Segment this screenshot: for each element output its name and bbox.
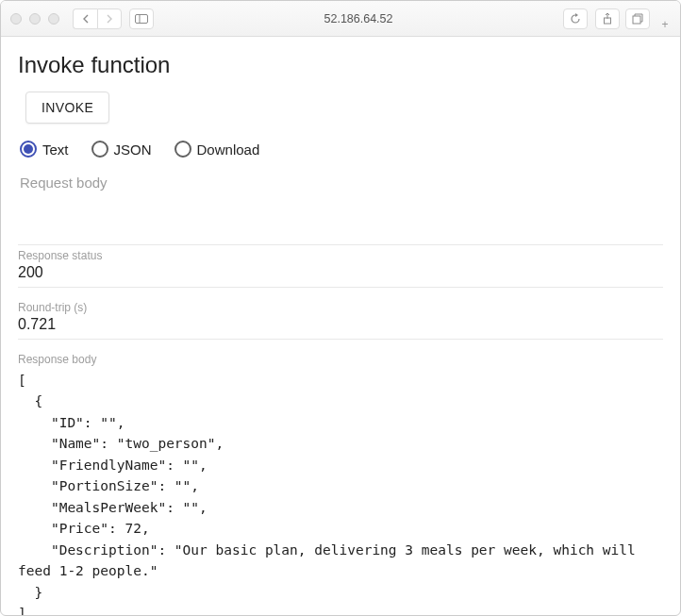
back-button[interactable] — [73, 8, 97, 29]
roundtrip-field: Round-trip (s) 0.721 — [18, 297, 663, 340]
forward-button[interactable] — [97, 8, 122, 29]
reload-button[interactable] — [563, 8, 588, 29]
roundtrip-value: 0.721 — [18, 316, 663, 340]
radio-icon — [20, 141, 37, 158]
minimize-dot[interactable] — [29, 13, 41, 25]
zoom-dot[interactable] — [48, 13, 59, 25]
chevron-left-icon — [82, 14, 90, 24]
reload-icon — [570, 13, 581, 25]
new-tab-button[interactable]: + — [657, 17, 673, 32]
right-toolbar: + — [595, 8, 671, 29]
page-content: Invoke function INVOKE Text JSON Downloa… — [1, 37, 680, 615]
address-bar[interactable]: 52.186.64.52 — [161, 12, 556, 25]
share-icon — [602, 13, 613, 25]
radio-download-label: Download — [197, 142, 260, 158]
response-body-value: [ { "ID": "", "Name": "two_person", "Fri… — [18, 368, 663, 615]
chevron-right-icon — [106, 14, 113, 24]
tabs-icon — [632, 13, 643, 25]
request-body-input[interactable]: Request body — [18, 169, 663, 235]
invoke-button[interactable]: INVOKE — [25, 92, 109, 124]
radio-text[interactable]: Text — [20, 141, 69, 158]
tabs-button[interactable] — [625, 8, 650, 29]
svg-rect-3 — [633, 16, 640, 24]
response-status-value: 200 — [18, 264, 663, 288]
close-dot[interactable] — [10, 13, 22, 25]
svg-rect-0 — [136, 14, 148, 23]
sidebar-icon — [135, 14, 148, 24]
page-title: Invoke function — [18, 52, 663, 78]
roundtrip-label: Round-trip (s) — [18, 301, 663, 314]
radio-icon — [91, 141, 108, 158]
response-body-field: Response body [ { "ID": "", "Name": "two… — [18, 349, 663, 615]
share-button[interactable] — [595, 8, 620, 29]
radio-icon — [174, 141, 191, 158]
response-status-label: Response status — [18, 249, 663, 262]
nav-buttons — [73, 8, 122, 29]
radio-json-label: JSON — [114, 142, 152, 158]
browser-chrome: 52.186.64.52 + — [1, 1, 680, 37]
radio-json[interactable]: JSON — [91, 141, 152, 158]
response-body-label: Response body — [18, 353, 663, 366]
sidebar-toggle-button[interactable] — [129, 8, 154, 29]
radio-download[interactable]: Download — [174, 141, 260, 158]
response-status-field: Response status 200 — [18, 244, 663, 288]
radio-text-label: Text — [42, 142, 69, 158]
format-radio-group: Text JSON Download — [20, 141, 661, 158]
traffic-lights — [10, 13, 59, 25]
